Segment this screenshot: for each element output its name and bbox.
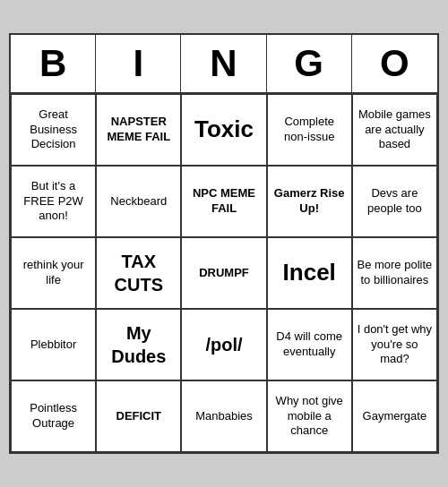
bingo-cell: NPC MEME FAIL: [181, 166, 266, 237]
bingo-grid: Great Business DecisionNAPSTER MEME FAIL…: [11, 94, 437, 452]
bingo-cell: /pol/: [181, 309, 266, 380]
bingo-cell: But it's a FREE P2W anon!: [11, 166, 96, 237]
bingo-cell: DRUMPF: [181, 237, 266, 309]
bingo-cell: Be more polite to billionaires: [352, 237, 437, 309]
bingo-letter: I: [96, 35, 181, 92]
bingo-cell: D4 will come eventually: [267, 309, 352, 380]
bingo-cell: Mobile games are actually based: [352, 94, 437, 166]
bingo-letter: B: [11, 35, 96, 92]
bingo-cell: NAPSTER MEME FAIL: [96, 94, 181, 166]
bingo-cell: I don't get why you're so mad?: [352, 309, 437, 380]
bingo-cell: Neckbeard: [96, 166, 181, 237]
bingo-letter: O: [352, 35, 437, 92]
bingo-cell: Manbabies: [181, 380, 266, 452]
bingo-cell: Gamerz Rise Up!: [267, 166, 352, 237]
bingo-cell: Devs are people too: [352, 166, 437, 237]
bingo-cell: Pointless Outrage: [11, 380, 96, 452]
bingo-letter: N: [181, 35, 266, 92]
bingo-letter: G: [267, 35, 352, 92]
bingo-cell: Toxic: [181, 94, 266, 166]
bingo-cell: My Dudes: [96, 309, 181, 380]
bingo-header: BINGO: [11, 35, 437, 94]
bingo-cell: Plebbitor: [11, 309, 96, 380]
bingo-cell: Complete non-issue: [267, 94, 352, 166]
bingo-cell: Why not give mobile a chance: [267, 380, 352, 452]
bingo-cell: rethink your life: [11, 237, 96, 309]
bingo-cell: Incel: [267, 237, 352, 309]
bingo-card: BINGO Great Business DecisionNAPSTER MEM…: [9, 33, 439, 454]
bingo-cell: TAX CUTS: [96, 237, 181, 309]
bingo-cell: Great Business Decision: [11, 94, 96, 166]
bingo-cell: DEFICIT: [96, 380, 181, 452]
bingo-cell: Gaymergate: [352, 380, 437, 452]
